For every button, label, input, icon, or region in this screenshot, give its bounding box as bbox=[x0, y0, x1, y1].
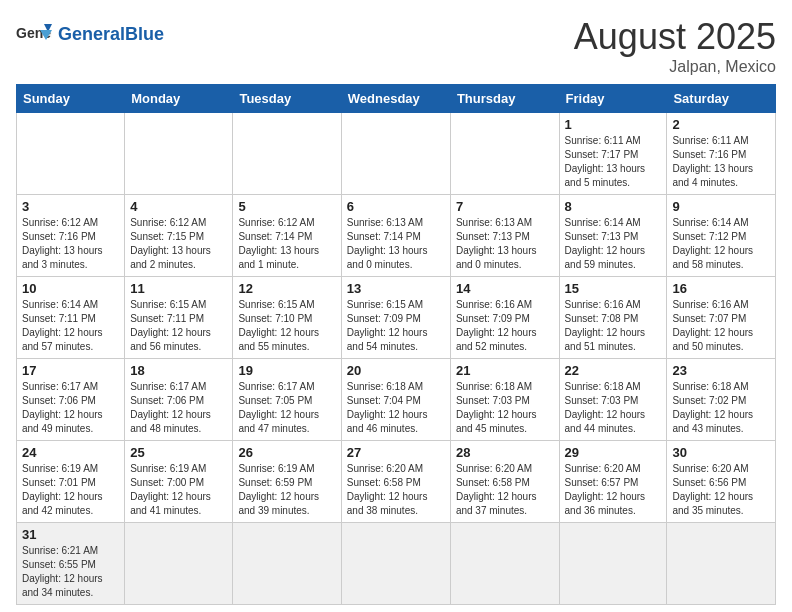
day-info: Sunrise: 6:12 AM Sunset: 7:14 PM Dayligh… bbox=[238, 216, 335, 272]
weekday-header-thursday: Thursday bbox=[450, 85, 559, 113]
weekday-header-saturday: Saturday bbox=[667, 85, 776, 113]
day-cell: 28Sunrise: 6:20 AM Sunset: 6:58 PM Dayli… bbox=[450, 441, 559, 523]
day-number: 9 bbox=[672, 199, 770, 214]
day-number: 21 bbox=[456, 363, 554, 378]
day-number: 19 bbox=[238, 363, 335, 378]
day-cell bbox=[559, 523, 667, 605]
month-title: August 2025 bbox=[574, 16, 776, 58]
day-cell: 18Sunrise: 6:17 AM Sunset: 7:06 PM Dayli… bbox=[125, 359, 233, 441]
day-cell: 10Sunrise: 6:14 AM Sunset: 7:11 PM Dayli… bbox=[17, 277, 125, 359]
day-info: Sunrise: 6:15 AM Sunset: 7:11 PM Dayligh… bbox=[130, 298, 227, 354]
day-number: 18 bbox=[130, 363, 227, 378]
day-cell: 2Sunrise: 6:11 AM Sunset: 7:16 PM Daylig… bbox=[667, 113, 776, 195]
day-number: 6 bbox=[347, 199, 445, 214]
day-cell: 26Sunrise: 6:19 AM Sunset: 6:59 PM Dayli… bbox=[233, 441, 341, 523]
day-number: 31 bbox=[22, 527, 119, 542]
week-row-3: 10Sunrise: 6:14 AM Sunset: 7:11 PM Dayli… bbox=[17, 277, 776, 359]
logo-general: General bbox=[58, 24, 125, 44]
day-cell: 21Sunrise: 6:18 AM Sunset: 7:03 PM Dayli… bbox=[450, 359, 559, 441]
day-number: 16 bbox=[672, 281, 770, 296]
day-cell: 9Sunrise: 6:14 AM Sunset: 7:12 PM Daylig… bbox=[667, 195, 776, 277]
day-cell bbox=[17, 113, 125, 195]
day-number: 2 bbox=[672, 117, 770, 132]
day-number: 26 bbox=[238, 445, 335, 460]
day-cell bbox=[450, 113, 559, 195]
week-row-5: 24Sunrise: 6:19 AM Sunset: 7:01 PM Dayli… bbox=[17, 441, 776, 523]
day-cell: 20Sunrise: 6:18 AM Sunset: 7:04 PM Dayli… bbox=[341, 359, 450, 441]
week-row-4: 17Sunrise: 6:17 AM Sunset: 7:06 PM Dayli… bbox=[17, 359, 776, 441]
day-info: Sunrise: 6:19 AM Sunset: 6:59 PM Dayligh… bbox=[238, 462, 335, 518]
day-number: 23 bbox=[672, 363, 770, 378]
day-number: 14 bbox=[456, 281, 554, 296]
day-info: Sunrise: 6:18 AM Sunset: 7:02 PM Dayligh… bbox=[672, 380, 770, 436]
day-info: Sunrise: 6:20 AM Sunset: 6:58 PM Dayligh… bbox=[456, 462, 554, 518]
day-info: Sunrise: 6:20 AM Sunset: 6:58 PM Dayligh… bbox=[347, 462, 445, 518]
day-info: Sunrise: 6:18 AM Sunset: 7:03 PM Dayligh… bbox=[456, 380, 554, 436]
day-info: Sunrise: 6:14 AM Sunset: 7:13 PM Dayligh… bbox=[565, 216, 662, 272]
day-info: Sunrise: 6:15 AM Sunset: 7:09 PM Dayligh… bbox=[347, 298, 445, 354]
calendar-table: SundayMondayTuesdayWednesdayThursdayFrid… bbox=[16, 84, 776, 605]
title-block: August 2025 Jalpan, Mexico bbox=[574, 16, 776, 76]
day-cell: 23Sunrise: 6:18 AM Sunset: 7:02 PM Dayli… bbox=[667, 359, 776, 441]
day-info: Sunrise: 6:15 AM Sunset: 7:10 PM Dayligh… bbox=[238, 298, 335, 354]
weekday-header-friday: Friday bbox=[559, 85, 667, 113]
day-cell: 14Sunrise: 6:16 AM Sunset: 7:09 PM Dayli… bbox=[450, 277, 559, 359]
day-cell bbox=[341, 113, 450, 195]
day-cell: 25Sunrise: 6:19 AM Sunset: 7:00 PM Dayli… bbox=[125, 441, 233, 523]
day-cell: 30Sunrise: 6:20 AM Sunset: 6:56 PM Dayli… bbox=[667, 441, 776, 523]
day-cell: 11Sunrise: 6:15 AM Sunset: 7:11 PM Dayli… bbox=[125, 277, 233, 359]
day-cell bbox=[233, 523, 341, 605]
day-cell: 19Sunrise: 6:17 AM Sunset: 7:05 PM Dayli… bbox=[233, 359, 341, 441]
day-cell: 29Sunrise: 6:20 AM Sunset: 6:57 PM Dayli… bbox=[559, 441, 667, 523]
day-info: Sunrise: 6:19 AM Sunset: 7:01 PM Dayligh… bbox=[22, 462, 119, 518]
day-cell bbox=[125, 113, 233, 195]
weekday-header-row: SundayMondayTuesdayWednesdayThursdayFrid… bbox=[17, 85, 776, 113]
day-cell: 3Sunrise: 6:12 AM Sunset: 7:16 PM Daylig… bbox=[17, 195, 125, 277]
day-info: Sunrise: 6:16 AM Sunset: 7:08 PM Dayligh… bbox=[565, 298, 662, 354]
day-info: Sunrise: 6:16 AM Sunset: 7:09 PM Dayligh… bbox=[456, 298, 554, 354]
logo-blue: Blue bbox=[125, 24, 164, 44]
day-number: 24 bbox=[22, 445, 119, 460]
day-info: Sunrise: 6:16 AM Sunset: 7:07 PM Dayligh… bbox=[672, 298, 770, 354]
day-cell bbox=[233, 113, 341, 195]
day-info: Sunrise: 6:14 AM Sunset: 7:12 PM Dayligh… bbox=[672, 216, 770, 272]
day-number: 12 bbox=[238, 281, 335, 296]
day-number: 17 bbox=[22, 363, 119, 378]
day-number: 15 bbox=[565, 281, 662, 296]
day-cell: 4Sunrise: 6:12 AM Sunset: 7:15 PM Daylig… bbox=[125, 195, 233, 277]
day-number: 7 bbox=[456, 199, 554, 214]
week-row-1: 1Sunrise: 6:11 AM Sunset: 7:17 PM Daylig… bbox=[17, 113, 776, 195]
day-number: 10 bbox=[22, 281, 119, 296]
day-info: Sunrise: 6:20 AM Sunset: 6:56 PM Dayligh… bbox=[672, 462, 770, 518]
day-number: 28 bbox=[456, 445, 554, 460]
weekday-header-wednesday: Wednesday bbox=[341, 85, 450, 113]
day-cell: 7Sunrise: 6:13 AM Sunset: 7:13 PM Daylig… bbox=[450, 195, 559, 277]
day-number: 30 bbox=[672, 445, 770, 460]
day-cell: 31Sunrise: 6:21 AM Sunset: 6:55 PM Dayli… bbox=[17, 523, 125, 605]
day-info: Sunrise: 6:13 AM Sunset: 7:14 PM Dayligh… bbox=[347, 216, 445, 272]
day-info: Sunrise: 6:18 AM Sunset: 7:04 PM Dayligh… bbox=[347, 380, 445, 436]
logo-icon: General bbox=[16, 16, 52, 52]
page-header: General GeneralBlue August 2025 Jalpan, … bbox=[16, 16, 776, 76]
day-number: 25 bbox=[130, 445, 227, 460]
day-cell bbox=[125, 523, 233, 605]
day-cell: 1Sunrise: 6:11 AM Sunset: 7:17 PM Daylig… bbox=[559, 113, 667, 195]
day-info: Sunrise: 6:13 AM Sunset: 7:13 PM Dayligh… bbox=[456, 216, 554, 272]
day-number: 4 bbox=[130, 199, 227, 214]
day-info: Sunrise: 6:12 AM Sunset: 7:15 PM Dayligh… bbox=[130, 216, 227, 272]
day-cell: 13Sunrise: 6:15 AM Sunset: 7:09 PM Dayli… bbox=[341, 277, 450, 359]
day-number: 8 bbox=[565, 199, 662, 214]
day-info: Sunrise: 6:21 AM Sunset: 6:55 PM Dayligh… bbox=[22, 544, 119, 600]
day-number: 20 bbox=[347, 363, 445, 378]
day-number: 27 bbox=[347, 445, 445, 460]
weekday-header-tuesday: Tuesday bbox=[233, 85, 341, 113]
day-cell: 16Sunrise: 6:16 AM Sunset: 7:07 PM Dayli… bbox=[667, 277, 776, 359]
day-info: Sunrise: 6:11 AM Sunset: 7:17 PM Dayligh… bbox=[565, 134, 662, 190]
day-cell: 24Sunrise: 6:19 AM Sunset: 7:01 PM Dayli… bbox=[17, 441, 125, 523]
day-info: Sunrise: 6:17 AM Sunset: 7:06 PM Dayligh… bbox=[22, 380, 119, 436]
day-cell: 22Sunrise: 6:18 AM Sunset: 7:03 PM Dayli… bbox=[559, 359, 667, 441]
day-cell: 8Sunrise: 6:14 AM Sunset: 7:13 PM Daylig… bbox=[559, 195, 667, 277]
logo-text: GeneralBlue bbox=[58, 24, 164, 44]
day-cell: 17Sunrise: 6:17 AM Sunset: 7:06 PM Dayli… bbox=[17, 359, 125, 441]
day-number: 1 bbox=[565, 117, 662, 132]
